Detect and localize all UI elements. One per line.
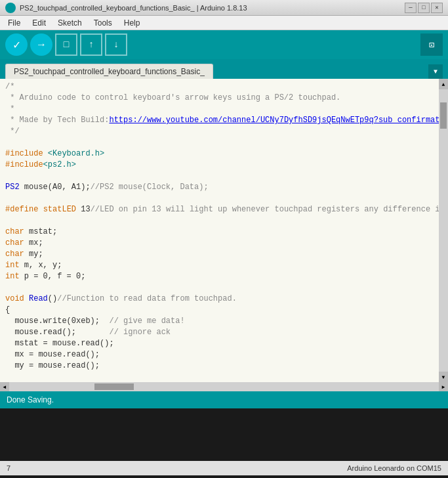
menu-bar: File Edit Sketch Tools Help (0, 16, 448, 30)
save-button[interactable]: ↓ (105, 33, 127, 56)
minimize-button[interactable]: ─ (405, 3, 417, 13)
code-content[interactable]: /* * Arduino code to control keyboard's … (0, 79, 439, 382)
toolbar: ✓ → □ ↑ ↓ ⊡ (0, 30, 448, 59)
new-button[interactable]: □ (55, 33, 77, 56)
hscroll-thumb[interactable] (94, 383, 134, 390)
close-button[interactable]: ✕ (431, 3, 443, 13)
console-area (0, 408, 448, 461)
menu-edit[interactable]: Edit (27, 17, 51, 29)
vertical-scrollbar[interactable]: ▲ ▼ (439, 79, 448, 382)
scroll-down-button[interactable]: ▼ (439, 372, 448, 382)
menu-file[interactable]: File (3, 17, 26, 29)
hscroll-track[interactable] (9, 382, 439, 391)
code-editor: /* * Arduino code to control keyboard's … (0, 79, 448, 382)
title-bar: PS2_touchpad_controlled_keyboard_functio… (0, 0, 448, 16)
menu-tools[interactable]: Tools (89, 17, 117, 29)
bottom-bar: 7 Arduino Leonardo on COM15 (0, 461, 448, 475)
line-number: 7 (7, 464, 10, 472)
maximize-button[interactable]: □ (418, 3, 430, 13)
board-info: Arduino Leonardo on COM15 (347, 464, 441, 472)
verify-button[interactable]: ✓ (5, 33, 28, 56)
open-button[interactable]: ↑ (80, 33, 102, 56)
status-text: Done Saving. (7, 395, 54, 404)
window-controls: ─ □ ✕ (405, 3, 443, 13)
scroll-thumb[interactable] (440, 102, 447, 129)
scroll-up-button[interactable]: ▲ (439, 79, 448, 89)
upload-button[interactable]: → (30, 33, 52, 56)
hscroll-right-button[interactable]: ► (439, 382, 448, 391)
tab-bar: PS2_touchpad_controlled_keyboard_functio… (0, 59, 448, 79)
serial-monitor-button[interactable]: ⊡ (420, 33, 443, 56)
code-tab[interactable]: PS2_touchpad_controlled_keyboard_functio… (5, 64, 213, 79)
hscroll-left-button[interactable]: ◄ (0, 382, 9, 391)
menu-sketch[interactable]: Sketch (52, 17, 87, 29)
horizontal-scrollbar[interactable]: ◄ ► (0, 382, 448, 391)
title-text: PS2_touchpad_controlled_keyboard_functio… (20, 4, 405, 12)
tab-dropdown-button[interactable]: ▼ (428, 64, 443, 79)
status-bar: Done Saving. (0, 391, 448, 408)
menu-help[interactable]: Help (119, 17, 146, 29)
app-icon (5, 3, 16, 13)
